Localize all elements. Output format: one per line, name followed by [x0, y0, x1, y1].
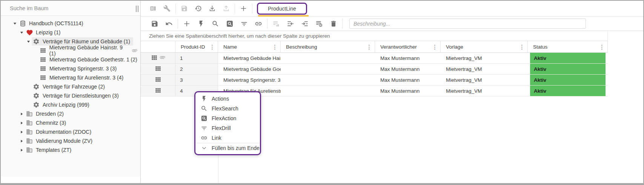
- wrench-button[interactable]: [160, 2, 174, 15]
- save-button[interactable]: [148, 17, 162, 30]
- column-header-produkt-id[interactable]: Produkt-ID⋮: [175, 41, 218, 52]
- plus-button[interactable]: [180, 17, 194, 30]
- cell-produkt-id[interactable]: 2: [175, 64, 218, 74]
- tree-item-target[interactable]: Mietvertrag Gebäude Goethestr. 1 (2): [38, 55, 140, 64]
- tree-item-target[interactable]: Mietvertrag Gebäude Hainstr. 9 (1): [38, 46, 140, 55]
- column-menu-icon[interactable]: ⋮: [519, 44, 525, 50]
- tree-item-target[interactable]: Validierung Module (ZV): [25, 137, 95, 145]
- cell-vorlage[interactable]: Mietvertrag_VM: [441, 75, 528, 85]
- filter-button[interactable]: [237, 17, 251, 30]
- menu-item-link[interactable]: Link: [195, 133, 260, 143]
- cell-name[interactable]: Mietvertrag Gebäude Goethestr. 1: [218, 64, 281, 74]
- table-row[interactable]: 2Mietvertrag Gebäude Goethestr. 1Max Mus…: [141, 64, 608, 75]
- cell-verantwortlicher[interactable]: Max Mustermann: [375, 64, 441, 74]
- cell-beschreibung[interactable]: [281, 64, 375, 74]
- triangle-right-icon[interactable]: [18, 110, 25, 117]
- tree-item-target[interactable]: Verträge für Fahrzeuge (2): [32, 83, 108, 91]
- boxed-search-button[interactable]: [223, 17, 237, 30]
- tree-item-target[interactable]: Dokumentation (ZDOC): [25, 128, 94, 136]
- cell-produkt-id[interactable]: 1: [175, 53, 218, 63]
- triangle-right-icon[interactable]: [18, 119, 25, 126]
- column-menu-icon[interactable]: ⋮: [599, 44, 605, 50]
- row-handle-cell[interactable]: [141, 86, 175, 96]
- description-input[interactable]: [349, 18, 586, 29]
- filter-icon: [240, 20, 248, 28]
- tree-item-target[interactable]: Handbuch (OCT51114): [18, 19, 86, 28]
- triangle-down-icon[interactable]: [11, 20, 18, 27]
- triangle-down-icon[interactable]: [18, 29, 25, 36]
- row-handle-cell[interactable]: [141, 53, 175, 63]
- rows-history-button[interactable]: [312, 17, 326, 30]
- boxed-search-icon: [200, 115, 207, 122]
- tree-item-target[interactable]: Mietvertrag für Aurelienstr. 3 (4): [38, 73, 126, 82]
- cell-name[interactable]: Mietvertrag Gebäude Hainstr. 9: [218, 53, 281, 63]
- history-button[interactable]: [191, 2, 205, 15]
- column-header-name[interactable]: Name⋮: [218, 41, 281, 52]
- column-menu-icon[interactable]: ⋮: [366, 44, 372, 50]
- row-handle-cell[interactable]: [141, 64, 175, 74]
- table-row[interactable]: 3Mietvertrag Springerstr. 3Max Musterman…: [141, 75, 608, 86]
- tab-wrap: ProductLine: [257, 1, 307, 17]
- cell-beschreibung[interactable]: [281, 53, 375, 63]
- triangle-right-icon[interactable]: [18, 147, 25, 153]
- triangle-right-icon[interactable]: [18, 138, 25, 144]
- cell-produkt-id[interactable]: 3: [175, 75, 218, 85]
- column-header-label: Vorlage: [446, 44, 463, 50]
- tree-item-target[interactable]: Mietvertrag Springerstr. 3 (3): [38, 64, 120, 73]
- menu-item-f-llen-bis-zum-ende[interactable]: Füllen bis zum Ende: [195, 143, 260, 153]
- tree-item-target[interactable]: Chemnitz (3): [25, 119, 69, 127]
- cell-vorlage[interactable]: Mietvertrag_VM: [441, 64, 528, 74]
- menu-item-actions[interactable]: Actions: [195, 94, 260, 104]
- cell-status[interactable]: Aktiv: [528, 53, 608, 63]
- trash-button[interactable]: [326, 17, 341, 30]
- tree-item-target[interactable]: Archiv Leipzig (999): [32, 101, 92, 109]
- panel-splitter-handle[interactable]: [135, 5, 139, 12]
- table-row[interactable]: 1Mietvertrag Gebäude Hainstr. 9Max Muste…: [141, 53, 608, 64]
- cell-status[interactable]: Aktiv: [528, 64, 608, 74]
- menu-item-flexaction[interactable]: FlexAction: [195, 113, 260, 123]
- undo-button[interactable]: [162, 17, 176, 30]
- column-header-status[interactable]: Status⋮: [528, 41, 608, 52]
- column-menu-icon[interactable]: ⋮: [432, 44, 438, 50]
- cell-verantwortlicher[interactable]: Max Mustermann: [375, 86, 441, 96]
- tab-productline[interactable]: ProductLine: [257, 3, 307, 15]
- column-menu-icon[interactable]: ⋮: [272, 44, 278, 50]
- cell-vorlage[interactable]: Mietvertrag_VM: [441, 53, 528, 63]
- cell-beschreibung[interactable]: [281, 75, 375, 85]
- bolt-button[interactable]: [194, 17, 208, 30]
- cell-status[interactable]: Aktiv: [528, 86, 608, 96]
- plus-button[interactable]: [237, 2, 251, 15]
- tree-item-target[interactable]: Templates (ZT): [25, 146, 74, 154]
- tree-indent-spacer: [32, 56, 38, 63]
- column-menu-icon[interactable]: ⋮: [209, 44, 215, 50]
- link-button[interactable]: [251, 17, 266, 30]
- tree-item-target[interactable]: Leipzig (1): [25, 28, 63, 37]
- rows-arrow-left-button[interactable]: [283, 17, 298, 30]
- triangle-right-icon[interactable]: [18, 128, 25, 135]
- column-header-beschreibung[interactable]: Beschreibung⋮: [281, 41, 375, 52]
- cell-verantwortlicher[interactable]: Max Mustermann: [375, 75, 441, 85]
- tree-item-target[interactable]: Verträge für Dienstleistungen (3): [32, 92, 122, 100]
- rows-arrow-right-button[interactable]: [298, 17, 312, 30]
- group-by-dropzone[interactable]: Ziehen Sie eine Spaltenüberschrift hierh…: [141, 31, 608, 41]
- active-tab-underline: [258, 15, 309, 17]
- menu-item-flexsearch[interactable]: FlexSearch: [195, 104, 260, 113]
- bolt-icon: [197, 20, 205, 28]
- menu-item-flexdrill[interactable]: FlexDrill: [195, 123, 260, 133]
- cell-name[interactable]: Mietvertrag Springerstr. 3: [218, 75, 281, 85]
- tree-item-label: Verträge für Fahrzeuge (2): [43, 84, 105, 90]
- cell-beschreibung[interactable]: [281, 86, 375, 96]
- column-header-verantwortlicher[interactable]: Verantwortlicher⋮: [375, 41, 441, 52]
- row-handle-cell[interactable]: [141, 75, 175, 85]
- cell-vorlage[interactable]: Mietvertrag_VM: [441, 86, 528, 96]
- column-header-vorlage[interactable]: Vorlage⋮: [441, 41, 528, 52]
- search-button[interactable]: [208, 17, 223, 30]
- tree-search-input[interactable]: [1, 5, 121, 11]
- cell-status[interactable]: Aktiv: [528, 75, 608, 85]
- status-badge: Aktiv: [530, 53, 606, 63]
- triangle-down-icon[interactable]: [25, 38, 32, 45]
- cell-verantwortlicher[interactable]: Max Mustermann: [375, 53, 441, 63]
- tree-item-target[interactable]: Dresden (2): [25, 110, 67, 118]
- panel-button[interactable]: [146, 2, 160, 15]
- download-button[interactable]: [205, 2, 219, 15]
